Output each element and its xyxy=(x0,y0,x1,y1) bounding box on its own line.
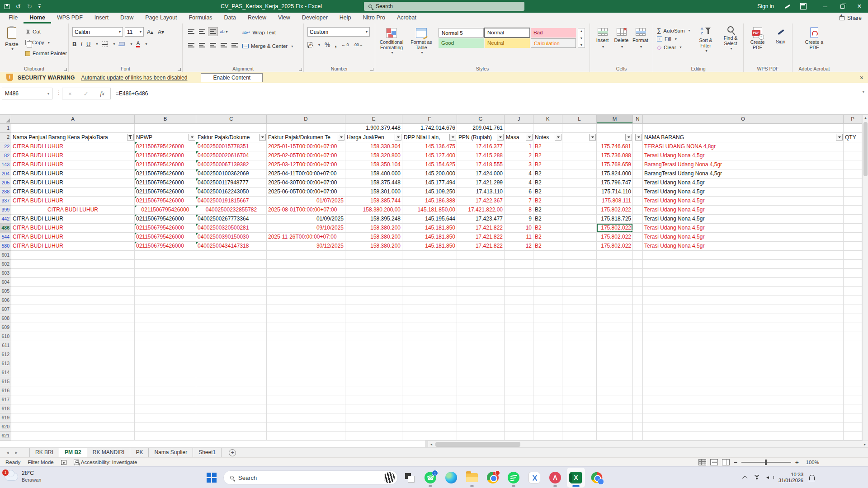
cell[interactable] xyxy=(505,377,533,386)
cell[interactable]: 17.421.822 xyxy=(457,242,505,251)
tab-home[interactable]: Home xyxy=(24,13,51,23)
cell[interactable] xyxy=(11,305,135,314)
cell[interactable] xyxy=(597,341,633,350)
cell[interactable]: CITRA BUDI LUHUR xyxy=(11,197,135,206)
filter-dropdown-icon[interactable] xyxy=(589,134,596,141)
cell[interactable] xyxy=(345,341,402,350)
cell[interactable] xyxy=(345,377,402,386)
cell[interactable] xyxy=(533,377,562,386)
start-button[interactable] xyxy=(203,468,221,488)
cell[interactable] xyxy=(643,124,844,133)
row-header-614[interactable]: 614 xyxy=(0,368,11,377)
cell[interactable] xyxy=(844,142,862,151)
cell[interactable] xyxy=(345,314,402,323)
minimize-button[interactable]: ─ xyxy=(816,0,834,13)
cell[interactable] xyxy=(533,395,562,404)
cell[interactable] xyxy=(533,432,562,441)
increase-decimal-icon[interactable]: ←.0 xyxy=(341,42,349,47)
sign-button[interactable]: Sign xyxy=(772,27,790,50)
excel-taskbar-button[interactable]: X xyxy=(567,468,585,488)
cell[interactable] xyxy=(597,323,633,332)
cell[interactable] xyxy=(633,124,643,133)
gallery-up-icon[interactable]: ▲ xyxy=(580,29,583,33)
cell[interactable]: 17.421.822 xyxy=(457,224,505,233)
cell[interactable] xyxy=(844,296,862,305)
cell[interactable] xyxy=(597,269,633,278)
filter-dropdown-icon[interactable] xyxy=(449,134,456,141)
center-icon[interactable] xyxy=(197,41,207,50)
cell[interactable] xyxy=(844,224,862,233)
cell[interactable]: B2 xyxy=(533,178,562,188)
cell[interactable] xyxy=(402,359,457,368)
cell[interactable] xyxy=(633,215,643,224)
volume-icon[interactable] xyxy=(766,475,773,480)
cell[interactable]: Terasi Udang Nona 4,5gr xyxy=(643,206,844,215)
column-filter-header[interactable]: Masa xyxy=(505,133,533,142)
cell[interactable] xyxy=(844,332,862,341)
row-header-615[interactable]: 615 xyxy=(0,377,11,386)
cell[interactable]: 0211506795426000 xyxy=(135,178,196,188)
cell[interactable] xyxy=(844,269,862,278)
cell[interactable]: 175.818.725 xyxy=(597,215,633,224)
cell[interactable] xyxy=(196,278,267,287)
italic-button[interactable]: I xyxy=(80,41,82,47)
cell[interactable] xyxy=(196,305,267,314)
cell[interactable] xyxy=(402,278,457,287)
cell[interactable] xyxy=(562,395,597,404)
cell[interactable] xyxy=(267,432,345,441)
cell[interactable] xyxy=(643,251,844,260)
cell[interactable] xyxy=(11,296,135,305)
cell[interactable] xyxy=(196,314,267,323)
row-header-619[interactable]: 619 xyxy=(0,413,11,422)
cell[interactable] xyxy=(505,260,533,269)
cell[interactable]: 175.768.659 xyxy=(597,160,633,169)
comma-style-icon[interactable]: , xyxy=(335,41,336,49)
cell[interactable]: CITRA BUDI LUHUR xyxy=(11,242,135,251)
underline-button[interactable]: U xyxy=(86,41,90,47)
cell[interactable]: TERASI UDANG NONA 4,8gr xyxy=(643,142,844,151)
cell[interactable] xyxy=(267,278,345,287)
cell[interactable] xyxy=(562,359,597,368)
cell[interactable]: Terasi Udang Nona 4,5gr xyxy=(643,233,844,242)
cell[interactable]: B2 xyxy=(533,233,562,242)
cell[interactable] xyxy=(562,215,597,224)
cell[interactable] xyxy=(345,359,402,368)
cell[interactable]: 17.424.000 xyxy=(457,169,505,178)
cell[interactable] xyxy=(597,332,633,341)
cell[interactable] xyxy=(643,432,844,441)
cell[interactable]: 0211506795426000 xyxy=(135,188,196,197)
cell[interactable] xyxy=(562,206,597,215)
cell[interactable] xyxy=(633,359,643,368)
cell[interactable]: 17.423.477 xyxy=(457,215,505,224)
align-left-icon[interactable] xyxy=(186,41,196,50)
cell[interactable]: 145.200.000 xyxy=(402,169,457,178)
cell[interactable] xyxy=(562,251,597,260)
column-filter-header[interactable]: QTY xyxy=(844,133,862,142)
row-header-610[interactable]: 610 xyxy=(0,332,11,341)
column-header-G[interactable]: G xyxy=(457,115,505,124)
cell[interactable] xyxy=(135,413,196,422)
column-filter-header[interactable]: Faktur Pajak/Dokume xyxy=(196,133,267,142)
cell[interactable] xyxy=(562,386,597,395)
cell[interactable]: 2025-08-01T00:00:00+07:00 xyxy=(267,206,345,215)
format-as-table-button[interactable]: Format as Table▾ xyxy=(407,25,436,56)
cell[interactable] xyxy=(643,296,844,305)
cell[interactable]: 17.416.377 xyxy=(457,142,505,151)
copy-button[interactable]: Copy▾ xyxy=(24,38,69,47)
row-header-1[interactable]: 1 xyxy=(0,124,11,133)
cell[interactable] xyxy=(457,305,505,314)
cell[interactable] xyxy=(345,368,402,377)
cell[interactable]: CITRA BUDI LUHUR xyxy=(11,151,135,160)
cell[interactable] xyxy=(633,432,643,441)
row-header-607[interactable]: 607 xyxy=(0,305,11,314)
cell[interactable]: 158.375.448 xyxy=(345,178,402,188)
cell[interactable] xyxy=(196,251,267,260)
cell[interactable] xyxy=(562,197,597,206)
cell[interactable]: CITRA BUDI LUHUR xyxy=(11,160,135,169)
cell[interactable] xyxy=(11,432,135,441)
cell[interactable] xyxy=(267,359,345,368)
cell[interactable] xyxy=(533,287,562,296)
fill-button[interactable]: ↓Fill▾ xyxy=(657,36,690,42)
chrome-button[interactable] xyxy=(484,468,502,488)
cell[interactable] xyxy=(643,269,844,278)
